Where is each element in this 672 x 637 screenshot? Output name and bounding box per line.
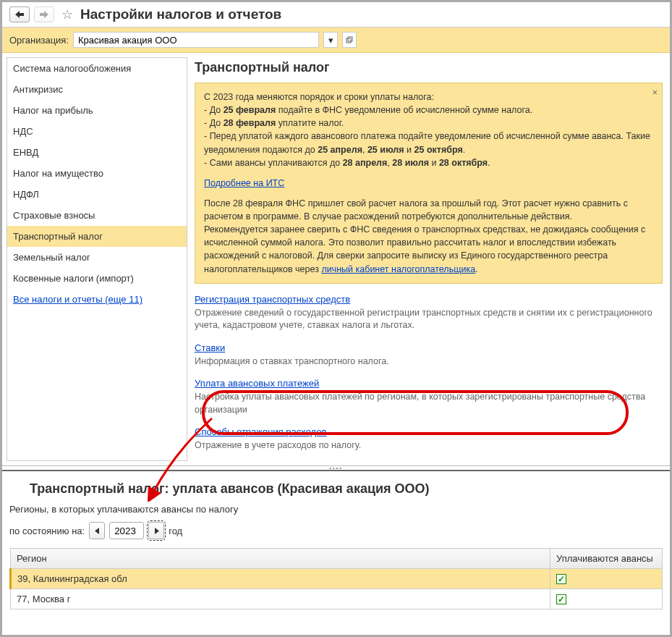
region-cell: 39, Калининградская обл (11, 569, 550, 589)
year-next-button[interactable] (148, 522, 164, 539)
advance-checkbox[interactable]: ✓ (556, 594, 566, 604)
sidebar-item[interactable]: ЕНВД (7, 142, 187, 163)
org-label: Организация: (9, 35, 69, 46)
table-row[interactable]: 77, Москва г ✓ (11, 589, 663, 609)
section-desc: Информация о ставках транспортного налог… (195, 355, 663, 368)
advance-checkbox[interactable]: ✓ (556, 574, 566, 584)
section-link-expense[interactable]: Способы отражения расходов (195, 426, 326, 437)
sidebar-item[interactable]: Система налогообложения (7, 58, 187, 79)
section-link-registration[interactable]: Регистрация транспортных средств (195, 294, 350, 305)
bottom-subtitle: Регионы, в которых уплачиваются авансы п… (9, 504, 663, 515)
svg-rect-1 (348, 37, 352, 41)
sidebar-item[interactable]: Налог на имущество (7, 163, 187, 184)
section-link-advance[interactable]: Уплата авансовых платежей (195, 378, 319, 389)
sidebar-item[interactable]: Земельный налог (7, 247, 187, 268)
sidebar-item[interactable]: Страховые взносы (7, 205, 187, 226)
sidebar: Система налогообложения Антикризис Налог… (7, 57, 187, 461)
sidebar-item-selected[interactable]: Транспортный налог (7, 226, 187, 247)
content-title: Транспортный налог (195, 60, 663, 75)
forward-button[interactable] (34, 7, 54, 22)
section-link-rates[interactable]: Ставки (195, 342, 225, 353)
org-input[interactable] (73, 32, 319, 48)
col-region[interactable]: Регион (11, 549, 550, 569)
bottom-title: Транспортный налог: уплата авансов (Крас… (30, 481, 663, 497)
sidebar-item[interactable]: НДС (7, 121, 187, 142)
favorite-star-icon[interactable]: ☆ (61, 7, 73, 22)
year-suffix: год (169, 526, 182, 536)
close-icon[interactable]: × (652, 86, 658, 99)
svg-rect-0 (346, 38, 351, 43)
section-desc: Отражение сведений о государственной рег… (195, 307, 663, 332)
content-pane: Транспортный налог × С 2023 года меняютс… (192, 53, 670, 465)
org-open-button[interactable] (342, 32, 357, 48)
splitter-dots-icon: •••• (329, 465, 343, 471)
page-title: Настройки налогов и отчетов (80, 7, 281, 22)
back-button[interactable] (9, 7, 30, 22)
sidebar-item[interactable]: НДФЛ (7, 184, 187, 205)
col-advance[interactable]: Уплачиваются авансы (550, 549, 663, 569)
sidebar-item[interactable]: Косвенные налоги (импорт) (7, 268, 187, 289)
year-input[interactable] (109, 522, 144, 539)
cabinet-link[interactable]: личный кабинет налогоплательщика (321, 264, 475, 274)
regions-table: Регион Уплачиваются авансы 39, Калинингр… (9, 548, 663, 609)
section-desc: Настройка уплаты авансовых платежей по р… (195, 391, 663, 416)
sidebar-item[interactable]: Антикризис (7, 79, 187, 100)
as-of-label: по состоянию на: (9, 526, 85, 536)
region-cell: 77, Москва г (11, 589, 550, 609)
sidebar-item[interactable]: Налог на прибыль (7, 100, 187, 121)
info-box: × С 2023 года меняются порядок и сроки у… (195, 83, 663, 284)
table-row[interactable]: 39, Калининградская обл ✓ (11, 569, 663, 589)
year-prev-button[interactable] (89, 522, 105, 539)
more-its-link[interactable]: Подробнее на ИТС (204, 178, 284, 188)
sidebar-more-link[interactable]: Все налоги и отчеты (еще 11) (7, 289, 187, 310)
section-desc: Отражение в учете расходов по налогу. (195, 439, 663, 452)
org-dropdown-button[interactable]: ▾ (323, 32, 338, 48)
